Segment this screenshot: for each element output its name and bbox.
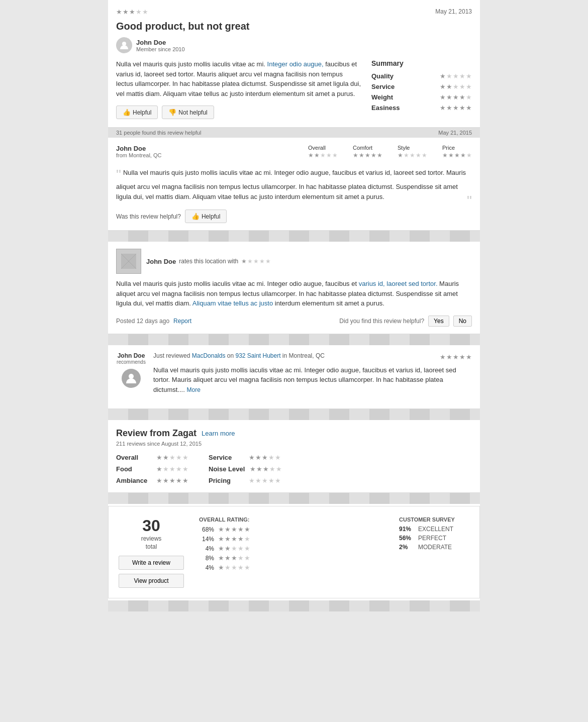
review-text-2: "Nulla vel mauris quis justo mollis iacu… — [116, 164, 472, 205]
se1: ★ — [440, 104, 446, 112]
star-1-4: ★ — [136, 8, 142, 16]
zagat-label-noise: Noise Level — [209, 465, 245, 473]
overall-btns: Write a review View product — [119, 556, 184, 588]
helpful-label-1: Helpful — [133, 109, 151, 116]
recommends-label-4: recommends — [117, 359, 146, 365]
review-text-1: Nulla vel mauris quis justo mollis iacul… — [116, 59, 361, 98]
thumbdown-icon-1: 👎 — [168, 109, 176, 116]
review-header-3: John Doe rates this location with ★ ★ ★ … — [116, 249, 472, 274]
survey-label-moderate: MODERATE — [418, 544, 452, 551]
reviewer-name-3: John Doe — [146, 258, 176, 265]
rec-header-row-4: Just reviewed MacDonalds on 932 Saint Hu… — [153, 352, 472, 362]
rating-stars-style: ★ ★ ★ ★ ★ — [398, 152, 427, 159]
review-link-1[interactable]: Integer odio augue, — [267, 60, 324, 68]
customer-survey-title: CUSTOMER SURVEY — [399, 517, 469, 523]
write-review-button[interactable]: Write a review — [119, 556, 184, 570]
zagat-subtitle: 211 reviews since August 12, 2015 — [116, 441, 472, 447]
reviews-count: 30 — [142, 517, 160, 535]
report-link-3[interactable]: Report — [173, 318, 191, 325]
survey-row-moderate: 2% MODERATE — [399, 544, 469, 551]
sq5: ★ — [466, 72, 472, 80]
review-link-3a[interactable]: varius id, laoreet sed tortor. — [359, 280, 438, 287]
ss1: ★ — [440, 83, 446, 90]
survey-pct-56: 56% — [399, 535, 414, 542]
more-link-4[interactable]: More — [186, 386, 200, 393]
was-helpful-2: Was this review helpful? 👍 Helpful — [116, 210, 472, 223]
avatar-box-3 — [116, 249, 141, 274]
zagat-learn-more[interactable]: Learn more — [202, 430, 235, 437]
divider-bar-1: 31 people found this review helpful May … — [108, 128, 480, 138]
star-1-5: ★ — [142, 8, 148, 16]
review-body-1: Nulla vel mauris quis justo mollis iacul… — [116, 59, 472, 119]
not-helpful-button-1[interactable]: 👎 Not helpful — [162, 106, 214, 119]
sw4: ★ — [459, 93, 465, 101]
rating-bar-4a: 4% ★ ★ ★ ★ ★ — [199, 545, 384, 552]
survey-label-excellent: EXCELLENT — [418, 526, 453, 533]
zagat-ratings: Overall ★ ★ ★ ★ ★ Food ★ ★ — [116, 454, 472, 484]
survey-row-perfect: 56% PERFECT — [399, 535, 469, 542]
rating-col-style: Style ★ ★ ★ ★ ★ — [398, 145, 427, 159]
yes-button-3[interactable]: Yes — [428, 316, 449, 327]
thumbup-icon-1: 👍 — [123, 109, 131, 116]
ss2: ★ — [446, 83, 452, 90]
address-link-4[interactable]: 932 Saint Hubert — [235, 352, 280, 359]
sw5: ★ — [466, 93, 472, 101]
se3: ★ — [453, 104, 459, 112]
zagat-row-noise: Noise Level ★ ★ ★ ★ ★ — [209, 465, 282, 473]
helpful-question-text-3: Did you find this review helpful? — [339, 318, 424, 325]
helpful-button-1[interactable]: 👍 Helpful — [116, 106, 158, 119]
review-header-1: ★ ★ ★ ★ ★ May 21, 2013 — [116, 8, 472, 16]
avatar-circle-4 — [122, 369, 141, 388]
zagat-col-left: Overall ★ ★ ★ ★ ★ Food ★ ★ — [116, 454, 188, 484]
rating-bar-8: 8% ★ ★ ★ ★ ★ — [199, 554, 384, 562]
no-button-3[interactable]: No — [453, 316, 472, 327]
rating-col-overall: Overall ★ ★ ★ ★ ★ — [308, 145, 338, 159]
rating-bar-4b: 4% ★ ★ ★ ★ ★ — [199, 564, 384, 571]
review-text-3: Nulla vel mauris quis justo mollis iacul… — [116, 279, 472, 308]
rating-col-label-comfort: Comfort — [353, 145, 372, 151]
rating-col-label-price: Price — [442, 145, 455, 151]
rec-star-display: ★ ★ ★ ★ ★ — [440, 353, 472, 361]
summary-label-quality: Quality — [371, 72, 407, 80]
review-link-3b[interactable]: Aliquam vitae tellus ac justo — [192, 299, 273, 307]
recommender-name-4: John Doe — [118, 352, 145, 359]
helpful-question-3: Did you find this review helpful? Yes No — [339, 316, 472, 327]
summary-row-service: Service ★ ★ ★ ★ ★ — [371, 83, 472, 90]
stripe-divider-4 — [108, 493, 480, 504]
rating-stars-price: ★ ★ ★ ★ ★ — [442, 152, 472, 159]
zagat-row-pricing: Pricing ★ ★ ★ ★ ★ — [209, 477, 282, 484]
summary-title-1: Summary — [371, 59, 472, 67]
posted-info-3: Posted 12 days ago Report — [116, 318, 191, 325]
quote-open-2: " — [116, 167, 121, 182]
summary-stars-service: ★ ★ ★ ★ ★ — [440, 83, 472, 90]
summary-label-weight: Weight — [371, 93, 407, 101]
zagat-stars-ambiance: ★ ★ ★ ★ ★ — [156, 477, 188, 484]
pct-4b: 4% — [199, 564, 214, 571]
sw2: ★ — [446, 93, 452, 101]
zagat-stars-service: ★ ★ ★ ★ ★ — [249, 454, 281, 461]
reviewer-location-2: from Montreal, QC — [116, 152, 161, 158]
review1-stars: ★ ★ ★ ★ ★ — [116, 8, 148, 16]
bar-stars-4b: ★ ★ ★ ★ ★ — [218, 564, 250, 571]
overall-center: OVERALL RATING: 68% ★ ★ ★ ★ ★ 14% — [199, 517, 384, 588]
view-product-button[interactable]: View product — [119, 574, 184, 588]
reviewer-name-2: John Doe — [116, 145, 161, 152]
sq4: ★ — [459, 72, 465, 80]
sq2: ★ — [446, 72, 452, 80]
bar-stars-68: ★ ★ ★ ★ ★ — [218, 526, 250, 533]
stripe-divider-3 — [108, 409, 480, 420]
restaurant-link-4[interactable]: MacDonalds — [192, 352, 226, 359]
zagat-row-ambiance: Ambiance ★ ★ ★ ★ ★ — [116, 477, 188, 484]
star-1-2: ★ — [123, 8, 129, 16]
ss3: ★ — [453, 83, 459, 90]
rating-col-label-overall: Overall — [308, 145, 326, 151]
rec-text-col-4: Just reviewed MacDonalds on 932 Saint Hu… — [153, 352, 472, 402]
bar-stars-14: ★ ★ ★ ★ ★ — [218, 535, 250, 543]
review-card-4: John Doe recommends Just reviewed MacDon… — [108, 345, 480, 409]
zagat-label-service: Service — [209, 454, 244, 461]
summary-row-easiness: Easiness ★ ★ ★ ★ ★ — [371, 104, 472, 112]
helpful-button-2[interactable]: 👍 Helpful — [185, 210, 227, 223]
overall-rating-title: OVERALL RATING: — [199, 517, 384, 523]
thumbup-icon-2: 👍 — [191, 213, 200, 220]
zagat-stars-overall: ★ ★ ★ ★ ★ — [156, 454, 188, 461]
